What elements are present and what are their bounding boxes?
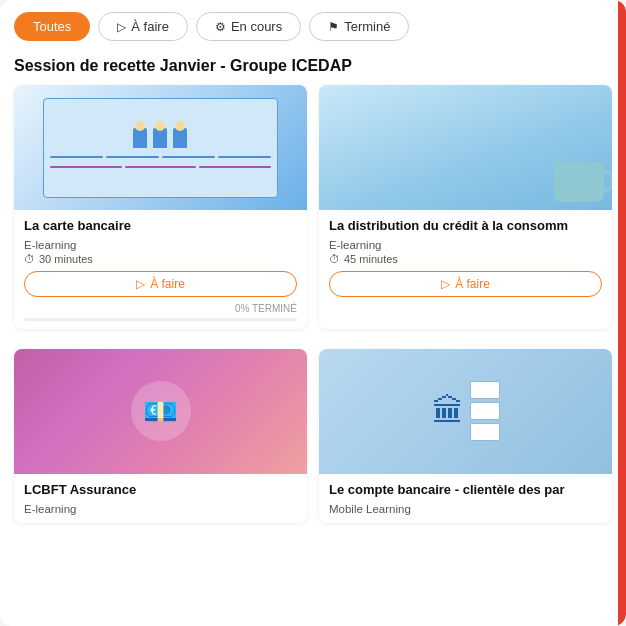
page-container: Toutes ▷ À faire ⚙ En cours ⚑ Terminé Se… bbox=[0, 0, 626, 626]
section-title: Session de recette Janvier - Groupe ICED… bbox=[0, 53, 626, 85]
money-visual: 💶 bbox=[131, 381, 191, 441]
filter-toutes[interactable]: Toutes bbox=[14, 12, 90, 41]
flag-icon: ⚑ bbox=[328, 20, 339, 34]
card-carte-bancaire: La carte bancaire E-learning ⏱ 30 minute… bbox=[14, 85, 307, 329]
card-body-compte: Le compte bancaire - clientèle des par M… bbox=[319, 474, 612, 523]
progress-bar-bg-bancaire bbox=[24, 318, 297, 321]
card-title-compte: Le compte bancaire - clientèle des par bbox=[329, 482, 602, 499]
card-compte: 🏛 Le compte bancaire - clientèle des par… bbox=[319, 349, 612, 523]
building-icon: 🏛 bbox=[432, 393, 464, 430]
gear-icon: ⚙ bbox=[215, 20, 226, 34]
action-play-icon-2: ▷ bbox=[441, 277, 450, 291]
action-label-distribution: À faire bbox=[455, 277, 490, 291]
card-type-lcbft: E-learning bbox=[24, 503, 297, 515]
card-body-lcbft: LCBFT Assurance E-learning bbox=[14, 474, 307, 523]
clock-icon-2: ⏱ bbox=[329, 253, 340, 265]
card-thumbnail-compte: 🏛 bbox=[319, 349, 612, 474]
card-thumbnail-lcbft: 💶 bbox=[14, 349, 307, 474]
card-distribution: La distribution du crédit à la consomm E… bbox=[319, 85, 612, 329]
card-body-bancaire: La carte bancaire E-learning ⏱ 30 minute… bbox=[14, 210, 307, 329]
filter-termine[interactable]: ⚑ Terminé bbox=[309, 12, 409, 41]
red-accent-bar bbox=[618, 0, 626, 626]
card-title-bancaire: La carte bancaire bbox=[24, 218, 297, 235]
card-progress-bancaire: 0% TERMINÉ bbox=[24, 303, 297, 314]
filter-termine-label: Terminé bbox=[344, 19, 390, 34]
play-icon: ▷ bbox=[117, 20, 126, 34]
filter-en-cours[interactable]: ⚙ En cours bbox=[196, 12, 301, 41]
action-play-icon: ▷ bbox=[136, 277, 145, 291]
card-grid: La carte bancaire E-learning ⏱ 30 minute… bbox=[0, 85, 626, 523]
card-duration-bancaire: ⏱ 30 minutes bbox=[24, 253, 297, 265]
action-label-bancaire: À faire bbox=[150, 277, 185, 291]
filter-bar: Toutes ▷ À faire ⚙ En cours ⚑ Terminé bbox=[0, 0, 626, 53]
card-duration-distribution: ⏱ 45 minutes bbox=[329, 253, 602, 265]
doc-stack bbox=[470, 381, 500, 441]
card-thumbnail-bancaire bbox=[14, 85, 307, 210]
cup-graphic bbox=[554, 162, 604, 202]
filter-a-faire[interactable]: ▷ À faire bbox=[98, 12, 188, 41]
card-lcbft: 💶 LCBFT Assurance E-learning bbox=[14, 349, 307, 523]
filter-en-cours-label: En cours bbox=[231, 19, 282, 34]
card-type-bancaire: E-learning bbox=[24, 239, 297, 251]
card-action-distribution[interactable]: ▷ À faire bbox=[329, 271, 602, 297]
card-type-distribution: E-learning bbox=[329, 239, 602, 251]
card-thumbnail-distribution bbox=[319, 85, 612, 210]
clock-icon: ⏱ bbox=[24, 253, 35, 265]
filter-a-faire-label: À faire bbox=[131, 19, 169, 34]
filter-toutes-label: Toutes bbox=[33, 19, 71, 34]
card-type-compte: Mobile Learning bbox=[329, 503, 602, 515]
card-title-distribution: La distribution du crédit à la consomm bbox=[329, 218, 602, 235]
card-title-lcbft: LCBFT Assurance bbox=[24, 482, 297, 499]
card-body-distribution: La distribution du crédit à la consomm E… bbox=[319, 210, 612, 309]
card-action-bancaire[interactable]: ▷ À faire bbox=[24, 271, 297, 297]
